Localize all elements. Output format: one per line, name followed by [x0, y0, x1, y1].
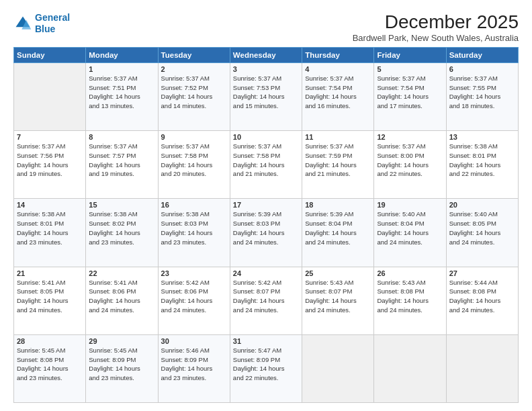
calendar-cell: 9Sunrise: 5:37 AM Sunset: 7:58 PM Daylig… — [158, 131, 230, 199]
day-number: 4 — [305, 65, 371, 73]
calendar-cell: 23Sunrise: 5:42 AM Sunset: 8:06 PM Dayli… — [158, 267, 230, 334]
logo-line1: General — [35, 12, 70, 23]
calendar-week-row: 28Sunrise: 5:45 AM Sunset: 8:08 PM Dayli… — [14, 334, 519, 402]
day-info: Sunrise: 5:38 AM Sunset: 8:01 PM Dayligh… — [449, 142, 515, 179]
day-info: Sunrise: 5:37 AM Sunset: 7:57 PM Dayligh… — [89, 142, 154, 179]
day-info: Sunrise: 5:38 AM Sunset: 8:01 PM Dayligh… — [17, 210, 83, 246]
day-number: 3 — [233, 65, 299, 73]
day-number: 5 — [377, 65, 443, 73]
calendar-day-header: Friday — [374, 47, 446, 62]
calendar-cell: 31Sunrise: 5:47 AM Sunset: 8:09 PM Dayli… — [230, 334, 302, 402]
day-info: Sunrise: 5:37 AM Sunset: 7:56 PM Dayligh… — [17, 142, 83, 179]
day-info: Sunrise: 5:45 AM Sunset: 8:08 PM Dayligh… — [17, 346, 83, 383]
day-info: Sunrise: 5:37 AM Sunset: 7:52 PM Dayligh… — [161, 74, 227, 111]
header: General Blue December 2025 Bardwell Park… — [13, 12, 519, 43]
calendar-cell: 30Sunrise: 5:46 AM Sunset: 8:09 PM Dayli… — [158, 334, 230, 402]
calendar-cell: 20Sunrise: 5:40 AM Sunset: 8:05 PM Dayli… — [446, 199, 518, 267]
calendar-day-header: Monday — [86, 47, 158, 62]
calendar-cell: 22Sunrise: 5:41 AM Sunset: 8:06 PM Dayli… — [86, 267, 158, 334]
day-info: Sunrise: 5:37 AM Sunset: 7:55 PM Dayligh… — [449, 74, 515, 111]
day-number: 9 — [161, 133, 227, 141]
calendar-cell: 27Sunrise: 5:44 AM Sunset: 8:08 PM Dayli… — [446, 267, 518, 334]
logo-line2: Blue — [35, 24, 55, 34]
day-info: Sunrise: 5:45 AM Sunset: 8:09 PM Dayligh… — [89, 346, 154, 383]
day-info: Sunrise: 5:37 AM Sunset: 7:54 PM Dayligh… — [377, 74, 443, 111]
calendar-week-row: 21Sunrise: 5:41 AM Sunset: 8:05 PM Dayli… — [14, 267, 519, 334]
day-number: 17 — [233, 201, 299, 209]
calendar-cell: 17Sunrise: 5:39 AM Sunset: 8:03 PM Dayli… — [230, 199, 302, 267]
day-number: 27 — [449, 269, 515, 277]
day-info: Sunrise: 5:40 AM Sunset: 8:04 PM Dayligh… — [377, 210, 443, 246]
calendar-cell: 1Sunrise: 5:37 AM Sunset: 7:51 PM Daylig… — [86, 62, 158, 130]
day-info: Sunrise: 5:37 AM Sunset: 7:58 PM Dayligh… — [233, 142, 299, 179]
day-number: 14 — [17, 201, 83, 209]
day-number: 20 — [449, 201, 515, 209]
calendar-day-header: Thursday — [302, 47, 374, 62]
calendar-cell — [14, 62, 86, 130]
calendar-cell: 11Sunrise: 5:37 AM Sunset: 7:59 PM Dayli… — [302, 131, 374, 199]
day-number: 28 — [17, 337, 83, 345]
logo: General Blue — [13, 12, 70, 35]
day-number: 31 — [233, 337, 299, 345]
day-info: Sunrise: 5:37 AM Sunset: 7:54 PM Dayligh… — [305, 74, 371, 111]
calendar-cell: 5Sunrise: 5:37 AM Sunset: 7:54 PM Daylig… — [374, 62, 446, 130]
day-number: 11 — [305, 133, 371, 141]
logo-icon — [13, 14, 32, 33]
main-title: December 2025 — [353, 12, 519, 33]
day-number: 30 — [161, 337, 227, 345]
calendar-cell: 25Sunrise: 5:43 AM Sunset: 8:07 PM Dayli… — [302, 267, 374, 334]
calendar-week-row: 1Sunrise: 5:37 AM Sunset: 7:51 PM Daylig… — [14, 62, 519, 130]
day-number: 6 — [449, 65, 515, 73]
calendar-table: SundayMondayTuesdayWednesdayThursdayFrid… — [13, 47, 519, 403]
day-info: Sunrise: 5:38 AM Sunset: 8:02 PM Dayligh… — [89, 210, 154, 246]
day-number: 12 — [377, 133, 443, 141]
calendar-week-row: 14Sunrise: 5:38 AM Sunset: 8:01 PM Dayli… — [14, 199, 519, 267]
calendar-cell: 29Sunrise: 5:45 AM Sunset: 8:09 PM Dayli… — [86, 334, 158, 402]
calendar-cell: 26Sunrise: 5:43 AM Sunset: 8:08 PM Dayli… — [374, 267, 446, 334]
calendar-cell — [446, 334, 518, 402]
day-info: Sunrise: 5:37 AM Sunset: 8:00 PM Dayligh… — [377, 142, 443, 179]
calendar-cell: 8Sunrise: 5:37 AM Sunset: 7:57 PM Daylig… — [86, 131, 158, 199]
calendar-cell: 10Sunrise: 5:37 AM Sunset: 7:58 PM Dayli… — [230, 131, 302, 199]
day-info: Sunrise: 5:43 AM Sunset: 8:07 PM Dayligh… — [305, 278, 371, 315]
calendar-cell: 15Sunrise: 5:38 AM Sunset: 8:02 PM Dayli… — [86, 199, 158, 267]
calendar-cell: 18Sunrise: 5:39 AM Sunset: 8:04 PM Dayli… — [302, 199, 374, 267]
day-number: 24 — [233, 269, 299, 277]
calendar-cell: 3Sunrise: 5:37 AM Sunset: 7:53 PM Daylig… — [230, 62, 302, 130]
day-number: 7 — [17, 133, 83, 141]
day-info: Sunrise: 5:42 AM Sunset: 8:07 PM Dayligh… — [233, 278, 299, 315]
calendar-cell: 13Sunrise: 5:38 AM Sunset: 8:01 PM Dayli… — [446, 131, 518, 199]
calendar-cell — [302, 334, 374, 402]
day-number: 1 — [89, 65, 154, 73]
day-number: 22 — [89, 269, 154, 277]
day-info: Sunrise: 5:42 AM Sunset: 8:06 PM Dayligh… — [161, 278, 227, 315]
day-number: 13 — [449, 133, 515, 141]
page: General Blue December 2025 Bardwell Park… — [0, 0, 532, 411]
day-info: Sunrise: 5:46 AM Sunset: 8:09 PM Dayligh… — [161, 346, 227, 383]
day-number: 23 — [161, 269, 227, 277]
calendar-day-header: Sunday — [14, 47, 86, 62]
day-info: Sunrise: 5:37 AM Sunset: 7:51 PM Dayligh… — [89, 74, 154, 111]
day-number: 21 — [17, 269, 83, 277]
calendar-cell: 7Sunrise: 5:37 AM Sunset: 7:56 PM Daylig… — [14, 131, 86, 199]
day-info: Sunrise: 5:41 AM Sunset: 8:06 PM Dayligh… — [89, 278, 154, 315]
logo-text: General Blue — [35, 12, 70, 35]
day-number: 8 — [89, 133, 154, 141]
day-info: Sunrise: 5:43 AM Sunset: 8:08 PM Dayligh… — [377, 278, 443, 315]
day-info: Sunrise: 5:47 AM Sunset: 8:09 PM Dayligh… — [233, 346, 299, 383]
calendar-header-row: SundayMondayTuesdayWednesdayThursdayFrid… — [14, 47, 519, 62]
calendar-cell: 6Sunrise: 5:37 AM Sunset: 7:55 PM Daylig… — [446, 62, 518, 130]
day-info: Sunrise: 5:44 AM Sunset: 8:08 PM Dayligh… — [449, 278, 515, 315]
calendar-day-header: Tuesday — [158, 47, 230, 62]
calendar-cell: 19Sunrise: 5:40 AM Sunset: 8:04 PM Dayli… — [374, 199, 446, 267]
day-number: 2 — [161, 65, 227, 73]
subtitle: Bardwell Park, New South Wales, Australi… — [353, 33, 519, 43]
day-info: Sunrise: 5:38 AM Sunset: 8:03 PM Dayligh… — [161, 210, 227, 246]
calendar-cell: 21Sunrise: 5:41 AM Sunset: 8:05 PM Dayli… — [14, 267, 86, 334]
day-number: 16 — [161, 201, 227, 209]
calendar-cell: 16Sunrise: 5:38 AM Sunset: 8:03 PM Dayli… — [158, 199, 230, 267]
calendar-week-row: 7Sunrise: 5:37 AM Sunset: 7:56 PM Daylig… — [14, 131, 519, 199]
day-info: Sunrise: 5:40 AM Sunset: 8:05 PM Dayligh… — [449, 210, 515, 246]
day-number: 25 — [305, 269, 371, 277]
calendar-day-header: Saturday — [446, 47, 518, 62]
